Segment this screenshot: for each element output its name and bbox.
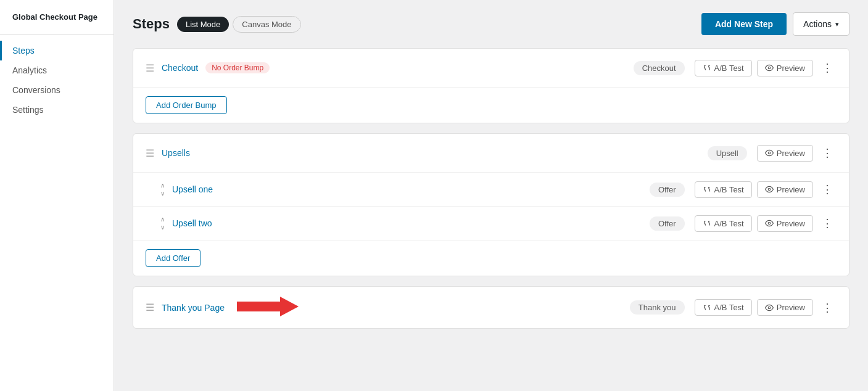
svg-point-0	[768, 67, 771, 69]
thankyou-preview-button[interactable]: Preview	[757, 299, 813, 316]
down-arrow-icon: ∨	[160, 223, 165, 231]
upsell-two-ab-test-button[interactable]: A/B Test	[695, 215, 752, 232]
thankyou-row: ☰ Thank you Page Thank you A/B Test Prev…	[133, 287, 849, 328]
reorder-arrows-upsell-one[interactable]: ∧ ∨	[160, 181, 165, 197]
add-order-bump-row: Add Order Bump	[133, 88, 849, 123]
upsell-two-more-button[interactable]: ⋮	[818, 214, 837, 233]
thankyou-name[interactable]: Thank you Page	[162, 303, 225, 313]
eye-icon	[765, 219, 774, 228]
thankyou-more-button[interactable]: ⋮	[818, 298, 837, 317]
sidebar: Global Checkout Page Steps Analytics Con…	[0, 0, 114, 391]
upsell-one-preview-button[interactable]: Preview	[757, 181, 813, 198]
upsell-one-type-badge: Offer	[650, 183, 685, 197]
ab-test-icon	[703, 185, 711, 194]
up-arrow-icon: ∧	[160, 215, 165, 223]
upsell-two-name[interactable]: Upsell two	[172, 218, 212, 228]
add-new-step-button[interactable]: Add New Step	[701, 13, 787, 35]
main-content: Steps List Mode Canvas Mode Add New Step…	[114, 0, 868, 391]
checkout-preview-button[interactable]: Preview	[757, 60, 813, 76]
checkout-card: ☰ Checkout No Order Bump Checkout A/B Te…	[133, 48, 849, 123]
svg-point-1	[768, 152, 771, 154]
add-order-bump-button[interactable]: Add Order Bump	[146, 96, 227, 114]
ab-test-icon	[703, 219, 711, 228]
thankyou-list-icon: ☰	[146, 302, 154, 313]
canvas-mode-button[interactable]: Canvas Mode	[233, 16, 300, 33]
upsells-more-button[interactable]: ⋮	[818, 144, 837, 162]
list-mode-button[interactable]: List Mode	[177, 17, 229, 32]
reorder-arrows-upsell-two[interactable]: ∧ ∨	[160, 215, 165, 231]
upsell-one-ab-test-button[interactable]: A/B Test	[695, 181, 752, 198]
checkout-row: ☰ Checkout No Order Bump Checkout A/B Te…	[133, 49, 849, 88]
eye-icon	[765, 185, 774, 194]
checkout-name[interactable]: Checkout	[162, 63, 198, 73]
upsells-row: ☰ Upsells Upsell Preview ⋮	[133, 134, 849, 173]
add-offer-button[interactable]: Add Offer	[146, 249, 200, 267]
eye-icon	[765, 149, 774, 157]
ab-test-icon	[703, 303, 711, 312]
thankyou-type-badge: Thank you	[630, 300, 685, 315]
svg-point-2	[768, 188, 771, 191]
ab-test-icon	[703, 64, 711, 72]
page-title: Steps	[133, 16, 170, 32]
upsell-one-row: ∧ ∨ Upsell one Offer A/B Test Preview ⋮	[133, 173, 849, 207]
upsell-one-more-button[interactable]: ⋮	[818, 180, 837, 199]
thankyou-card: ☰ Thank you Page Thank you A/B Test Prev…	[133, 286, 849, 329]
sidebar-logo: Global Checkout Page	[0, 12, 114, 35]
sidebar-item-conversions[interactable]: Conversions	[0, 80, 114, 100]
svg-point-5	[768, 307, 771, 309]
svg-point-3	[768, 222, 771, 224]
down-arrow-icon: ∨	[160, 189, 165, 197]
upsell-two-preview-button[interactable]: Preview	[757, 215, 813, 232]
list-icon: ☰	[146, 62, 154, 74]
sidebar-item-analytics[interactable]: Analytics	[0, 60, 114, 80]
thankyou-ab-test-button[interactable]: A/B Test	[695, 299, 752, 316]
eye-icon	[765, 64, 774, 72]
page-header: Steps List Mode Canvas Mode Add New Step…	[133, 12, 849, 36]
checkout-ab-test-button[interactable]: A/B Test	[695, 60, 752, 76]
upsell-two-row: ∧ ∨ Upsell two Offer A/B Test Preview ⋮	[133, 207, 849, 241]
upsells-name[interactable]: Upsells	[162, 148, 190, 158]
upsells-list-icon: ☰	[146, 147, 154, 159]
add-offer-row: Add Offer	[133, 241, 849, 276]
chevron-down-icon: ▾	[835, 20, 839, 28]
red-arrow-annotation	[237, 297, 299, 318]
eye-icon	[765, 303, 774, 312]
sidebar-item-steps[interactable]: Steps	[0, 41, 114, 60]
header-left: Steps List Mode Canvas Mode	[133, 16, 301, 33]
svg-marker-4	[237, 297, 299, 316]
mode-toggle: List Mode Canvas Mode	[177, 16, 301, 33]
no-order-bump-badge: No Order Bump	[205, 62, 270, 73]
header-right: Add New Step Actions ▾	[701, 12, 849, 36]
actions-button[interactable]: Actions ▾	[793, 12, 849, 36]
upsell-one-name[interactable]: Upsell one	[172, 184, 213, 194]
upsells-preview-button[interactable]: Preview	[757, 145, 813, 162]
checkout-type-badge: Checkout	[634, 61, 685, 75]
upsell-two-type-badge: Offer	[650, 216, 685, 231]
up-arrow-icon: ∧	[160, 181, 165, 189]
checkout-more-button[interactable]: ⋮	[818, 59, 837, 77]
upsells-type-badge: Upsell	[708, 146, 747, 160]
sidebar-item-settings[interactable]: Settings	[0, 100, 114, 120]
upsells-card: ☰ Upsells Upsell Preview ⋮ ∧ ∨ Upsell on…	[133, 133, 849, 276]
